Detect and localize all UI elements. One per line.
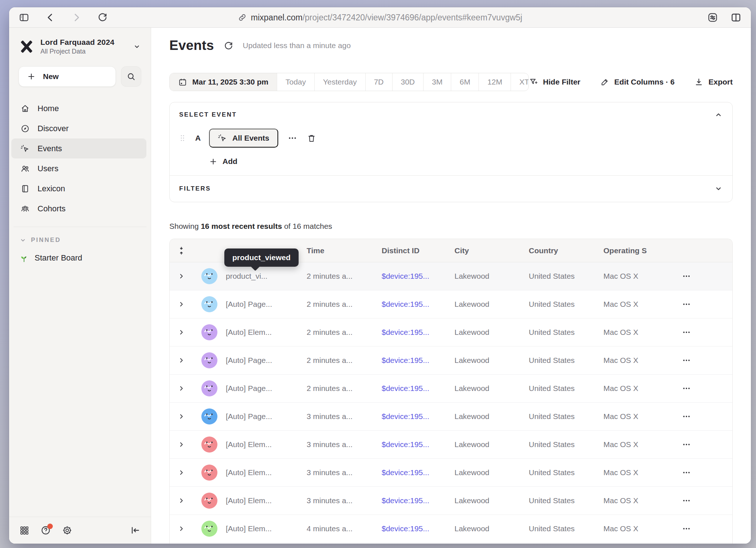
expand-row-button[interactable]: [177, 300, 185, 308]
column-header-city[interactable]: City: [454, 246, 529, 255]
forward-arrow-icon: [71, 12, 82, 23]
event-time: 2 minutes a...: [307, 356, 382, 365]
table-row[interactable]: [Auto] Page... 3 minutes a... $device:19…: [170, 403, 732, 431]
event-selector-chip[interactable]: All Events: [209, 129, 278, 148]
row-menu-button[interactable]: [682, 412, 691, 421]
row-menu-button[interactable]: [682, 384, 691, 393]
distinct-id-link[interactable]: $device:195...: [382, 468, 454, 477]
collapse-sidebar-button[interactable]: [130, 525, 141, 536]
table-row[interactable]: [Auto] Elem... 3 minutes a... $device:19…: [170, 459, 732, 487]
column-header-distinct-id[interactable]: Distinct ID: [382, 246, 454, 255]
pinned-section-toggle[interactable]: PINNED: [9, 227, 151, 244]
distinct-id-link[interactable]: $device:195...: [382, 384, 454, 393]
table-row[interactable]: [Auto] Elem... 3 minutes a... $device:19…: [170, 487, 732, 515]
distinct-id-link[interactable]: $device:195...: [382, 440, 454, 449]
select-event-section: SELECT EVENT A: [170, 102, 732, 175]
table-row[interactable]: [Auto] Page... 2 minutes a... $device:19…: [170, 290, 732, 318]
row-menu-button[interactable]: [682, 524, 691, 533]
column-header-country[interactable]: Country: [529, 246, 603, 255]
chevron-right-icon: [177, 272, 185, 280]
add-event-button[interactable]: Add: [209, 157, 237, 166]
row-menu-button[interactable]: [682, 468, 691, 477]
country: United States: [529, 468, 603, 477]
sidebar-item-events[interactable]: Events: [11, 138, 146, 158]
range-7d[interactable]: 7D: [366, 73, 393, 91]
expand-row-button[interactable]: [177, 356, 185, 364]
expand-row-button[interactable]: [177, 384, 185, 392]
hide-filter-button[interactable]: Hide Filter: [529, 77, 580, 87]
browser-sidebar-toggle-button[interactable]: [19, 12, 29, 23]
range-6m[interactable]: 6M: [451, 73, 479, 91]
table-row[interactable]: [Auto] Elem... 2 minutes a... $device:19…: [170, 318, 732, 347]
os: Mac OS X: [603, 468, 671, 477]
sidebar-item-home[interactable]: Home: [11, 98, 146, 118]
expand-filters-button[interactable]: [714, 184, 723, 193]
range-30d[interactable]: 30D: [393, 73, 424, 91]
split-view-button[interactable]: [731, 12, 741, 23]
expand-row-button[interactable]: [177, 525, 185, 533]
refresh-data-button[interactable]: [224, 41, 233, 51]
apps-grid-button[interactable]: [19, 525, 29, 536]
column-header-time[interactable]: Time: [307, 246, 382, 255]
range-yesterday[interactable]: Yesterday: [315, 73, 366, 91]
os: Mac OS X: [603, 328, 671, 337]
event-time: 4 minutes a...: [307, 524, 382, 533]
event-avatar: [201, 268, 217, 284]
distinct-id-link[interactable]: $device:195...: [382, 412, 454, 421]
distinct-id-link[interactable]: $device:195...: [382, 496, 454, 505]
distinct-id-link[interactable]: $device:195...: [382, 328, 454, 337]
sidebar-item-cohorts[interactable]: Cohorts: [11, 199, 146, 219]
table-row[interactable]: [Auto] Elem... 3 minutes a... $device:19…: [170, 431, 732, 459]
row-menu-button[interactable]: [682, 356, 691, 365]
distinct-id-link[interactable]: $device:195...: [382, 356, 454, 365]
drag-handle[interactable]: [179, 134, 190, 142]
event-more-button[interactable]: [288, 133, 297, 143]
forward-button[interactable]: [71, 12, 82, 23]
distinct-id-link[interactable]: $device:195...: [382, 272, 454, 281]
page-settings-button[interactable]: [707, 12, 718, 23]
sidebar-item-discover[interactable]: Discover: [11, 118, 146, 138]
updated-status: Updated less than a minute ago: [243, 41, 351, 50]
address-bar[interactable]: mixpanel.com/project/3472420/view/397469…: [238, 7, 522, 28]
delete-event-button[interactable]: [307, 133, 316, 143]
expand-row-button[interactable]: [177, 412, 185, 420]
export-button[interactable]: Export: [694, 77, 733, 87]
date-picker-button[interactable]: Mar 11, 2025 3:30 pm: [170, 73, 277, 91]
range-xtd-dropdown[interactable]: XTD: [511, 73, 529, 91]
collapse-section-button[interactable]: [714, 110, 723, 119]
range-3m[interactable]: 3M: [424, 73, 451, 91]
collapse-all-rows-button[interactable]: [177, 246, 186, 255]
project-switcher[interactable]: Lord Farquaad 2024 All Project Data: [9, 28, 151, 58]
range-12m[interactable]: 12M: [479, 73, 511, 91]
row-menu-button[interactable]: [682, 272, 691, 281]
table-row[interactable]: [Auto] Elem... 4 minutes a... $device:19…: [170, 515, 732, 543]
distinct-id-link[interactable]: $device:195...: [382, 300, 454, 309]
expand-row-button[interactable]: [177, 272, 185, 280]
refresh-button[interactable]: [97, 12, 108, 23]
sidebar-item-lexicon[interactable]: Lexicon: [11, 179, 146, 199]
search-button[interactable]: [121, 66, 141, 87]
sidebar-item-starter-board[interactable]: Starter Board: [9, 244, 151, 263]
expand-row-button[interactable]: [177, 469, 185, 477]
expand-row-button[interactable]: [177, 328, 185, 336]
table-row[interactable]: [170, 543, 732, 544]
sidebar-item-users[interactable]: Users: [11, 158, 146, 179]
row-menu-button[interactable]: [682, 440, 691, 449]
distinct-id-link[interactable]: $device:195...: [382, 524, 454, 533]
row-menu-button[interactable]: [682, 328, 691, 337]
back-button[interactable]: [45, 12, 56, 23]
country: United States: [529, 412, 603, 421]
sidebar-item-label: Cohorts: [38, 204, 66, 214]
range-today[interactable]: Today: [277, 73, 315, 91]
pinned-section-label: PINNED: [31, 236, 61, 244]
row-menu-button[interactable]: [682, 496, 691, 505]
expand-row-button[interactable]: [177, 441, 185, 449]
new-button[interactable]: New: [19, 66, 116, 87]
column-header-os[interactable]: Operating S: [603, 246, 671, 255]
table-row[interactable]: [Auto] Page... 2 minutes a... $device:19…: [170, 347, 732, 375]
expand-row-button[interactable]: [177, 497, 185, 505]
edit-columns-button[interactable]: Edit Columns · 6: [600, 77, 675, 87]
settings-button[interactable]: [62, 525, 72, 536]
table-row[interactable]: [Auto] Page... 2 minutes a... $device:19…: [170, 375, 732, 403]
row-menu-button[interactable]: [682, 300, 691, 309]
